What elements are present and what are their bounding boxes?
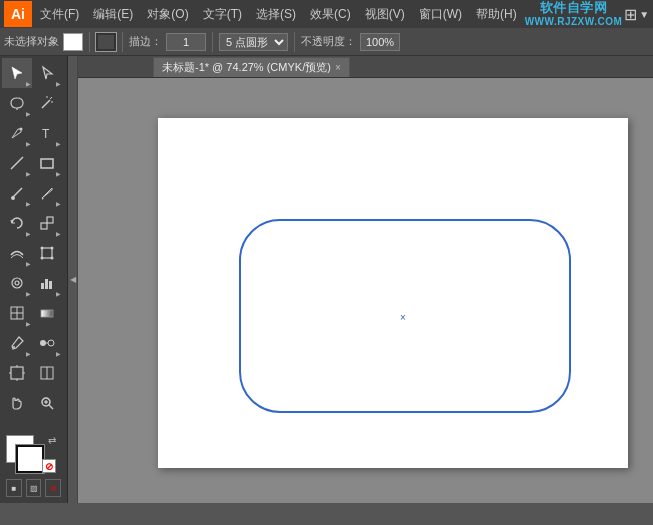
svg-point-28	[48, 340, 54, 346]
opacity-label: 不透明度：	[301, 34, 356, 49]
app-logo: Ai	[4, 1, 32, 27]
document-tab[interactable]: 未标题-1* @ 74.27% (CMYK/预览) ×	[153, 57, 350, 77]
pencil-tool[interactable]: ▶	[32, 178, 62, 208]
stroke-label: 描边：	[129, 34, 162, 49]
shape-rounded-rect: ×	[238, 218, 578, 418]
svg-point-14	[51, 247, 54, 250]
hand-tool[interactable]	[2, 388, 32, 418]
help-menu[interactable]: 帮助(H)	[470, 4, 523, 25]
select-menu[interactable]: 选择(S)	[250, 4, 302, 25]
chart-tool[interactable]: ▶	[32, 268, 62, 298]
rect-tool[interactable]: ▶	[32, 148, 62, 178]
menu-bar: Ai 文件(F) 编辑(E) 对象(O) 文字(T) 选择(S) 效果(C) 视…	[0, 0, 653, 28]
swap-colors-icon[interactable]: ⇄	[48, 435, 56, 446]
tool-row-4: ▶ ▶	[2, 148, 65, 178]
artboard: ×	[158, 118, 628, 468]
blend-tool[interactable]: ▶	[32, 328, 62, 358]
canvas-surface: ×	[78, 78, 653, 503]
edit-menu[interactable]: 编辑(E)	[87, 4, 139, 25]
window-menu[interactable]: 窗口(W)	[413, 4, 468, 25]
main-area: ▶ ▶ ▶ ▶ T ▶	[0, 56, 653, 503]
tool-row-10: ▶ ▶	[2, 328, 65, 358]
slice-tool[interactable]	[32, 358, 62, 388]
svg-text:T: T	[42, 127, 50, 141]
no-color-indicator[interactable]: ⊘	[42, 459, 56, 473]
tool-row-6: ▶ ▶	[2, 208, 65, 238]
tool-row-5: ▶ ▶	[2, 178, 65, 208]
options-toolbar: 未选择对象 描边： 5 点圆形 不透明度：	[0, 28, 653, 56]
rotate-tool[interactable]: ▶	[2, 208, 32, 238]
file-menu[interactable]: 文件(F)	[34, 4, 85, 25]
gradient-color-btn[interactable]: ▨	[26, 479, 42, 497]
warp-tool[interactable]: ▶	[2, 238, 32, 268]
stroke-color-swatch[interactable]	[16, 445, 44, 473]
tool-row-12	[2, 388, 65, 418]
eyedropper-tool[interactable]: ▶	[2, 328, 32, 358]
lasso-tool[interactable]: ▶	[2, 88, 32, 118]
svg-rect-12	[42, 248, 52, 258]
effect-menu[interactable]: 效果(C)	[304, 4, 357, 25]
svg-line-1	[42, 100, 50, 108]
svg-rect-8	[41, 159, 53, 168]
fill-color-box[interactable]	[63, 33, 83, 51]
svg-point-17	[12, 278, 22, 288]
object-status-label: 未选择对象	[4, 34, 59, 49]
view-menu[interactable]: 视图(V)	[359, 4, 411, 25]
pen-tool[interactable]: ▶	[2, 118, 32, 148]
svg-point-5	[20, 128, 23, 131]
color-area: ⇄ ⊘ ■ ▨ ⊘	[2, 431, 65, 501]
direct-select-tool[interactable]: ▶	[32, 58, 62, 88]
divider-4	[294, 32, 295, 52]
workspace-switcher-icon[interactable]: ⊞	[624, 4, 637, 24]
svg-rect-25	[41, 310, 53, 317]
type-tool[interactable]: T ▶	[32, 118, 62, 148]
divider-1	[89, 32, 90, 52]
svg-rect-10	[41, 223, 47, 229]
tab-close-button[interactable]: ×	[335, 62, 341, 73]
toolbox-collapse-handle[interactable]: ◀	[68, 56, 78, 503]
svg-rect-11	[47, 217, 53, 223]
gradient-tool[interactable]	[32, 298, 62, 328]
svg-point-9	[11, 196, 15, 200]
object-menu[interactable]: 对象(O)	[141, 4, 194, 25]
tool-row-1: ▶ ▶	[2, 58, 65, 88]
svg-line-7	[11, 157, 23, 169]
stroke-value-input[interactable]	[166, 33, 206, 51]
color-swatches: ⇄ ⊘	[6, 435, 56, 473]
svg-line-38	[49, 405, 53, 409]
text-menu[interactable]: 文字(T)	[197, 4, 248, 25]
scale-tool[interactable]: ▶	[32, 208, 62, 238]
svg-point-16	[51, 257, 54, 260]
stroke-box[interactable]	[96, 33, 116, 51]
symbol-tool[interactable]: ▶	[2, 268, 32, 298]
mesh-tool[interactable]: ▶	[2, 298, 32, 328]
artboard-tool[interactable]	[2, 358, 32, 388]
svg-point-27	[40, 340, 46, 346]
tool-row-7: ▶	[2, 238, 65, 268]
brush-select[interactable]: 5 点圆形	[219, 33, 288, 51]
divider-3	[212, 32, 213, 52]
select-tool[interactable]: ▶	[2, 58, 32, 88]
svg-point-15	[41, 257, 44, 260]
zoom-tool[interactable]	[32, 388, 62, 418]
color-mode-row: ■ ▨ ⊘	[6, 479, 61, 497]
svg-rect-21	[49, 281, 52, 289]
toolbox: ▶ ▶ ▶ ▶ T ▶	[0, 56, 68, 503]
tool-row-9: ▶	[2, 298, 65, 328]
free-transform-tool[interactable]	[32, 238, 62, 268]
line-tool[interactable]: ▶	[2, 148, 32, 178]
none-color-btn[interactable]: ⊘	[45, 479, 61, 497]
divider-2	[122, 32, 123, 52]
brush-tool[interactable]: ▶	[2, 178, 32, 208]
magic-wand-tool[interactable]	[32, 88, 62, 118]
svg-point-18	[15, 281, 19, 285]
svg-rect-19	[41, 283, 44, 289]
opacity-input[interactable]	[360, 33, 400, 51]
svg-rect-30	[11, 367, 23, 379]
canvas-area[interactable]: ×	[78, 78, 653, 503]
solid-color-btn[interactable]: ■	[6, 479, 22, 497]
tool-row-8: ▶ ▶	[2, 268, 65, 298]
svg-rect-20	[45, 279, 48, 289]
expand-icon[interactable]: ▼	[639, 9, 649, 20]
watermark: 软件自学网 WWW.RJZXW.COM	[525, 1, 623, 26]
